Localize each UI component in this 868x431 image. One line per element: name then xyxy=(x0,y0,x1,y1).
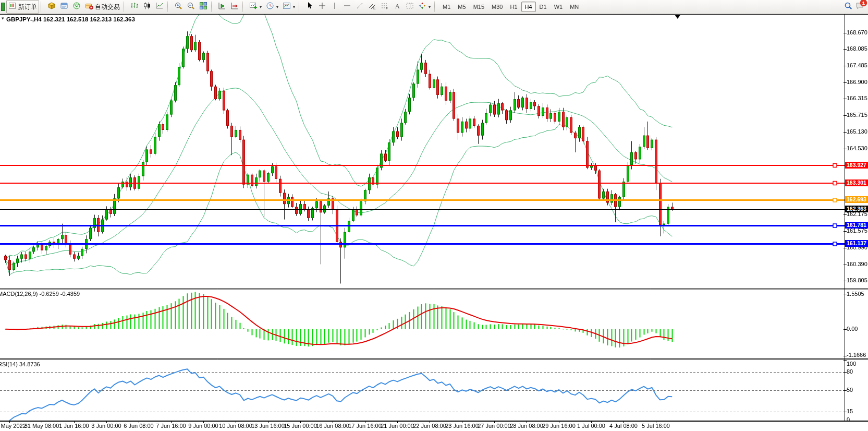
toolbar-new-chart-button[interactable]: ▾ xyxy=(247,0,264,14)
shift-icon xyxy=(230,2,239,12)
toolbar-vline-button[interactable] xyxy=(328,0,341,14)
autotrade-icon xyxy=(85,2,93,12)
toolbar-data-window-button[interactable] xyxy=(58,0,70,14)
timeframe-h1-button[interactable]: H1 xyxy=(506,2,521,12)
vline-icon xyxy=(331,2,339,12)
dropdown-caret-icon[interactable]: ▾ xyxy=(293,5,295,9)
toolbar-chart-shift-button[interactable] xyxy=(228,0,241,14)
toolbar-arrows-button[interactable]: ▾ xyxy=(416,0,433,14)
svg-text:T: T xyxy=(409,3,412,9)
time-axis[interactable] xyxy=(0,421,845,431)
svg-text:F: F xyxy=(386,7,388,10)
main-toolbar: 新订单自动交易▾▾▾EFAT▾M1M5M15M30H1H4D1W1MN1 xyxy=(0,0,868,14)
candles-icon xyxy=(143,2,151,12)
toolbar-auto-trading-button[interactable]: 自动交易 xyxy=(83,0,122,14)
fibo-icon: F xyxy=(381,2,389,12)
dropdown-caret-icon[interactable]: ▾ xyxy=(260,5,262,9)
notification-badge: 1 xyxy=(860,0,867,6)
autoscroll-icon xyxy=(218,2,226,12)
timeframe-h4-button[interactable]: H4 xyxy=(521,2,536,12)
search-icon[interactable] xyxy=(844,2,852,12)
arrows-icon xyxy=(418,2,426,12)
toolbar-auto-scroll-button[interactable] xyxy=(216,0,228,14)
toolbar-auto-trading-label: 自动交易 xyxy=(95,3,120,11)
navigator-icon xyxy=(72,2,81,12)
chart-plus-icon xyxy=(249,2,258,12)
template-icon xyxy=(283,2,291,12)
timeframe-m1-button[interactable]: M1 xyxy=(439,2,454,12)
toolbar-navigator-button[interactable] xyxy=(70,0,83,14)
toolbar-separator xyxy=(124,2,127,12)
cursor-icon xyxy=(305,2,314,12)
toolbar-cursor-button[interactable] xyxy=(303,0,316,14)
new-order-icon xyxy=(8,2,17,12)
toolbar-channel-button[interactable]: E xyxy=(366,0,378,14)
toolbar-line-chart-mode-button[interactable] xyxy=(153,0,166,14)
timeframe-mn-button[interactable]: MN xyxy=(566,2,582,12)
toolbar-text-button[interactable]: A xyxy=(391,0,404,14)
svg-text:A: A xyxy=(395,2,400,10)
channel-icon: E xyxy=(368,2,376,12)
dropdown-caret-icon[interactable]: ▾ xyxy=(276,5,278,9)
toolbar-separator xyxy=(434,2,437,12)
toolbar-bar-chart-mode-button[interactable] xyxy=(128,0,141,14)
price-axis[interactable] xyxy=(845,15,868,421)
clock-icon xyxy=(266,2,274,12)
zoom-in-icon xyxy=(174,2,182,12)
line-icon xyxy=(155,2,164,12)
dropdown-caret-icon[interactable]: ▾ xyxy=(429,5,431,9)
toolbar-trendline-button[interactable] xyxy=(353,0,366,14)
toolbar-zoom-out-button[interactable] xyxy=(185,0,197,14)
toolbar-zoom-in-button[interactable] xyxy=(172,0,185,14)
timeframe-w1-button[interactable]: W1 xyxy=(551,2,567,12)
tiles-icon xyxy=(199,2,207,12)
trading-terminal-window: 新订单自动交易▾▾▾EFAT▾M1M5M15M30H1H4D1W1MN1 ▾ G… xyxy=(0,0,868,431)
crosshair-icon xyxy=(318,2,326,12)
toolbar-fibonacci-button[interactable]: F xyxy=(378,0,391,14)
zoom-out-icon xyxy=(187,2,195,12)
data-window-icon xyxy=(60,2,68,12)
toolbar-text-label-button[interactable]: T xyxy=(404,0,416,14)
svg-text:E: E xyxy=(373,6,376,10)
toolbar-new-order-label: 新订单 xyxy=(18,3,37,11)
toolbar-crosshair-button[interactable] xyxy=(316,0,328,14)
textA-icon: A xyxy=(393,2,401,12)
timeframe-d1-button[interactable]: D1 xyxy=(536,2,551,12)
toolbar-separator xyxy=(211,2,214,12)
toolbar-new-order-button[interactable]: 新订单 xyxy=(6,0,39,14)
chart-canvas[interactable] xyxy=(0,0,868,431)
notifications-icon[interactable]: 1 xyxy=(855,2,864,12)
toolbar-templates-button[interactable]: ▾ xyxy=(280,0,297,14)
toolbar-separator xyxy=(242,2,246,12)
timeframe-m30-button[interactable]: M30 xyxy=(488,2,506,12)
toolbar-tile-windows-button[interactable] xyxy=(197,0,210,14)
toolbar-separator xyxy=(299,2,302,12)
toolbar-separator xyxy=(41,2,44,12)
timeframe-m5-button[interactable]: M5 xyxy=(454,2,469,12)
trendline-icon xyxy=(356,2,364,12)
timeframe-m15-button[interactable]: M15 xyxy=(470,2,488,12)
toolbar-right-cluster: 1 xyxy=(844,2,867,12)
hline-icon xyxy=(343,2,351,12)
toolbar-candle-chart-mode-button[interactable] xyxy=(141,0,153,14)
bars-icon xyxy=(130,2,139,12)
toolbar-periods-button[interactable]: ▾ xyxy=(264,0,280,14)
cropped-icon xyxy=(1,3,5,11)
toolbar-market-watch-button[interactable] xyxy=(45,0,58,14)
gold-cube-icon xyxy=(47,2,56,12)
toolbar-separator xyxy=(167,2,170,12)
textT-icon: T xyxy=(406,2,414,12)
toolbar-hline-button[interactable] xyxy=(341,0,353,14)
